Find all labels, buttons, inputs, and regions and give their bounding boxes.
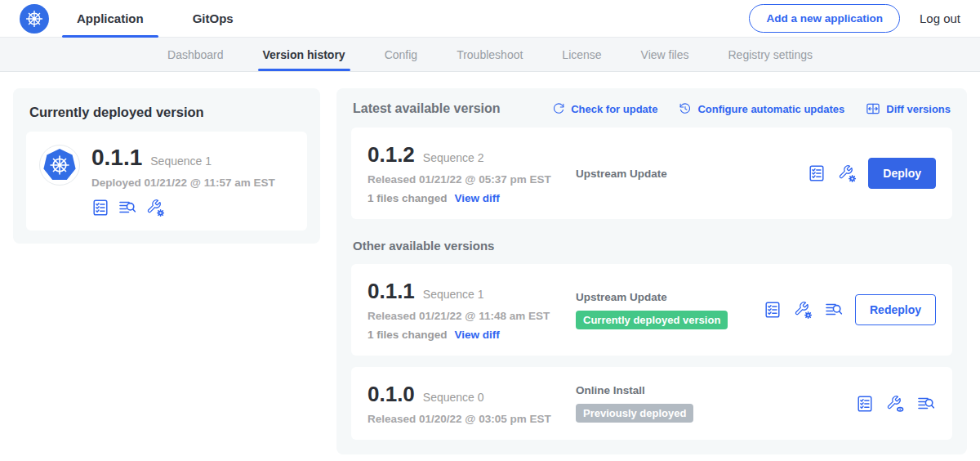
deployed-version-number: 0.1.1 — [91, 145, 142, 171]
release-notes-icon[interactable] — [856, 395, 874, 413]
subnav-tab-label: Config — [385, 48, 417, 61]
check-for-update-label: Check for update — [571, 103, 657, 115]
currently-deployed-panel: Currently deployed version 0.1.1 Sequenc… — [13, 88, 320, 244]
available-versions-panel: Latest available version Check for updat… — [336, 88, 967, 454]
subnav-tab-label: Registry settings — [728, 48, 813, 61]
tab-gitops[interactable]: GitOps — [189, 0, 237, 37]
files-changed-label: 1 files changed — [368, 329, 448, 341]
release-notes-icon[interactable] — [91, 199, 109, 217]
view-logs-icon[interactable] — [824, 300, 844, 320]
version-history-page: Currently deployed version 0.1.1 Sequenc… — [0, 72, 980, 454]
currently-deployed-card: 0.1.1 Sequence 1 Deployed 01/21/22 @ 11:… — [26, 132, 307, 230]
refresh-icon — [552, 102, 565, 115]
sequence-label: Sequence 0 — [423, 391, 484, 404]
view-config-icon[interactable] — [885, 394, 905, 414]
diff-icon — [866, 101, 880, 116]
check-for-update-link[interactable]: Check for update — [552, 102, 657, 115]
deployed-sequence-label: Sequence 1 — [150, 154, 212, 168]
configure-automatic-updates-link[interactable]: Configure automatic updates — [679, 102, 844, 115]
view-diff-link[interactable]: View diff — [455, 192, 500, 204]
tab-gitops-label: GitOps — [193, 11, 234, 25]
version-card-0-1-1: 0.1.1 Sequence 1 Released 01/21/22 @ 11:… — [351, 264, 952, 356]
version-card-0-1-2: 0.1.2 Sequence 2 Released 01/21/22 @ 05:… — [351, 128, 952, 219]
logout-button[interactable]: Log out — [920, 11, 960, 25]
add-application-button[interactable]: Add a new application — [749, 4, 900, 33]
sequence-label: Sequence 1 — [423, 288, 484, 301]
subnav-tab-config[interactable]: Config — [385, 38, 417, 71]
sequence-label: Sequence 2 — [423, 151, 484, 164]
view-logs-icon[interactable] — [916, 394, 936, 414]
deploy-button[interactable]: Deploy — [868, 158, 936, 189]
previously-deployed-badge: Previously deployed — [576, 404, 693, 423]
other-versions-title: Other available versions — [353, 239, 951, 253]
app-subnav: Dashboard Version history Config Trouble… — [0, 38, 980, 72]
currently-deployed-badge: Currently deployed version — [576, 311, 728, 329]
subnav-tab-view-files[interactable]: View files — [641, 38, 689, 71]
subnav-tab-dashboard[interactable]: Dashboard — [167, 38, 224, 71]
version-source-label: Online Install — [576, 384, 645, 396]
files-changed-label: 1 files changed — [368, 192, 448, 204]
subnav-tab-label: View files — [641, 48, 689, 61]
subnav-tab-version-history[interactable]: Version history — [263, 38, 345, 71]
subnav-tab-label: Version history — [263, 48, 345, 61]
tab-application-label: Application — [77, 11, 144, 25]
released-timestamp: Released 01/20/22 @ 03:05 pm EST — [368, 413, 576, 425]
edit-config-icon[interactable] — [145, 198, 165, 217]
configure-automatic-updates-label: Configure automatic updates — [697, 103, 844, 115]
version-number: 0.1.1 — [368, 279, 415, 304]
release-notes-icon[interactable] — [764, 301, 782, 319]
app-logo — [39, 145, 80, 186]
release-notes-icon[interactable] — [808, 164, 826, 182]
subnav-tab-label: License — [562, 48, 601, 61]
redeploy-button[interactable]: Redeploy — [855, 294, 936, 325]
edit-config-icon[interactable] — [793, 300, 813, 320]
tab-application[interactable]: Application — [74, 0, 147, 37]
diff-versions-link[interactable]: Diff versions — [866, 101, 951, 116]
version-source-label: Upstream Update — [576, 291, 667, 303]
version-number: 0.1.0 — [368, 382, 415, 407]
kubernetes-logo-icon — [20, 4, 49, 34]
subnav-tab-registry-settings[interactable]: Registry settings — [728, 38, 813, 71]
released-timestamp: Released 01/21/22 @ 05:37 pm EST — [368, 173, 576, 186]
kubernetes-heptagon-icon — [43, 149, 76, 181]
currently-deployed-title: Currently deployed version — [26, 101, 307, 120]
version-card-0-1-0: 0.1.0 Sequence 0 Released 01/20/22 @ 03:… — [351, 367, 952, 440]
app-nav: Application GitOps — [74, 0, 279, 37]
view-logs-icon[interactable] — [118, 198, 137, 217]
latest-available-title: Latest available version — [353, 101, 552, 116]
deployed-timestamp: Deployed 01/21/22 @ 11:57 am EST — [91, 177, 275, 189]
schedule-icon — [679, 102, 692, 115]
view-diff-link[interactable]: View diff — [455, 329, 500, 341]
subnav-tab-label: Troubleshoot — [457, 48, 523, 61]
version-number: 0.1.2 — [368, 142, 415, 168]
subnav-tab-label: Dashboard — [167, 48, 224, 61]
top-bar: Application GitOps Add a new application… — [0, 0, 980, 38]
version-source-label: Upstream Update — [576, 168, 667, 180]
released-timestamp: Released 01/21/22 @ 11:48 am EST — [368, 310, 576, 322]
subnav-tab-license[interactable]: License — [562, 38, 601, 71]
edit-config-icon[interactable] — [837, 163, 857, 183]
subnav-tab-troubleshoot[interactable]: Troubleshoot — [457, 38, 523, 71]
diff-versions-label: Diff versions — [886, 103, 951, 115]
